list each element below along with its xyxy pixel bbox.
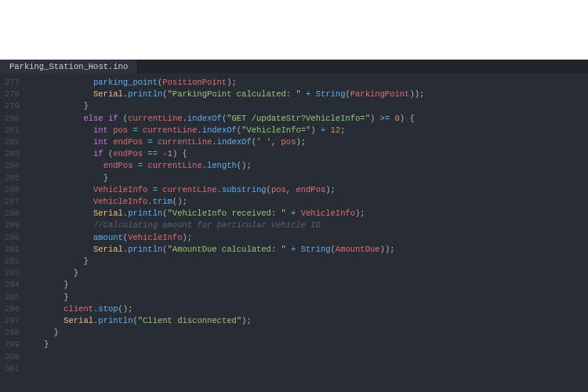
- line-number-gutter: 277 278 279 280 281 282 283 284 285 286 …: [0, 74, 27, 392]
- code-line: VehicleInfo = currentLine.substring(pos,…: [44, 184, 588, 196]
- code-line: int endPos = currentLine.indexOf(' ', po…: [44, 136, 588, 148]
- code-line: }: [44, 267, 588, 279]
- code-line: amount(VehicleInfo);: [44, 232, 588, 244]
- fold-gutter: [27, 74, 38, 392]
- code-line: int pos = currentLine.indexOf("VehicleIn…: [44, 125, 588, 136]
- code-line: }: [44, 292, 588, 303]
- code-line: }: [44, 256, 588, 267]
- code-line: else if (currentLine.indexOf("GET /updat…: [44, 113, 588, 125]
- editor[interactable]: 277 278 279 280 281 282 283 284 285 286 …: [0, 74, 588, 392]
- code-line: }: [44, 339, 588, 350]
- code-line: client.stop();: [44, 303, 588, 315]
- code-line: }: [44, 279, 588, 291]
- blank-header-area: [0, 0, 588, 60]
- code-line: parking_point(PositionPoint);: [44, 77, 588, 89]
- tab-bar: Parking_Station_Host.ino: [0, 60, 588, 74]
- code-line: VehicleInfo.trim();: [44, 196, 588, 208]
- code-line: Serial.println("Client disconnected");: [44, 315, 588, 327]
- code-line: Serial.println("VehicleInfo received: " …: [44, 208, 588, 220]
- code-line: Serial.println("ParkingPoint calculated:…: [44, 89, 588, 100]
- code-line: if (endPos == -1) {: [44, 148, 588, 160]
- file-tab[interactable]: Parking_Station_Host.ino: [0, 60, 138, 74]
- code-line: Serial.println("AmountDue calculated: " …: [44, 244, 588, 256]
- code-line: }: [44, 172, 588, 184]
- code-line: //Calculating amount for particular Vehi…: [44, 220, 588, 231]
- code-line: endPos = currentLine.length();: [44, 160, 588, 172]
- file-tab-label: Parking_Station_Host.ino: [9, 62, 128, 71]
- code-area[interactable]: parking_point(PositionPoint); Serial.pri…: [38, 74, 588, 392]
- code-line: }: [44, 327, 588, 339]
- code-line: }: [44, 100, 588, 112]
